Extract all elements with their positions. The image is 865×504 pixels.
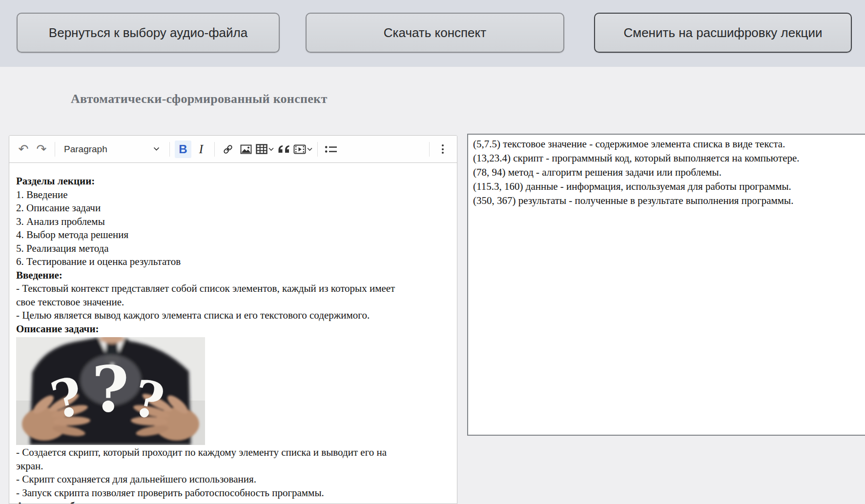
insert-table-icon	[256, 144, 268, 154]
bulleted-list-button[interactable]	[323, 141, 339, 158]
editor-line: 4. Выбор метода решения	[16, 228, 449, 242]
term-line: (115.3, 160) данные - информация, исполь…	[473, 180, 865, 194]
paragraph-style-dropdown[interactable]: Paragraph	[60, 141, 165, 158]
editor-line: 6. Тестирование и оценка результатов	[16, 255, 449, 269]
editor-line: 1. Введение	[16, 188, 449, 202]
toolbar-overflow-button[interactable]	[434, 141, 451, 158]
redo-button[interactable]: ↷	[33, 141, 50, 158]
overflow-menu-icon	[442, 144, 444, 154]
insert-media-icon	[293, 144, 306, 154]
link-icon	[222, 143, 234, 155]
question-marks-photo[interactable]: ? ? ?	[16, 337, 205, 445]
term-line: (350, 367) результаты - полученные в рез…	[473, 194, 865, 208]
chevron-down-icon	[153, 147, 160, 151]
switch-to-transcript-button[interactable]: Сменить на расшифровку лекции	[594, 13, 852, 53]
block-quote-button[interactable]	[275, 141, 292, 158]
editor-line: 3. Анализ проблемы	[16, 215, 449, 229]
italic-icon: I	[199, 142, 203, 156]
editor-line: - Текстовый контекст представляет собой …	[16, 282, 449, 296]
editor-line: - Создается скрипт, который проходит по …	[16, 446, 449, 460]
redo-icon: ↷	[37, 143, 47, 155]
editor-line: Разделы лекции:	[16, 175, 449, 188]
toolbar-separator	[317, 142, 318, 157]
link-button[interactable]	[220, 141, 236, 158]
paragraph-style-label: Paragraph	[64, 144, 107, 155]
editor-line: - Запуск скрипта позволяет проверить раб…	[16, 486, 449, 500]
top-action-bar: Вернуться к выбору аудио-файла Скачать к…	[0, 0, 865, 67]
editor-line: 5. Реализация метода	[16, 242, 449, 256]
download-summary-button[interactable]: Скачать конспект	[306, 13, 564, 53]
terms-text-area[interactable]: (5,7.5) текстовое значение - содержимое …	[467, 134, 865, 436]
chevron-down-icon	[268, 147, 274, 151]
back-to-audio-select-button[interactable]: Вернуться к выбору аудио-файла	[17, 13, 280, 53]
editor-line: - Скрипт сохраняется для дальнейшего исп…	[16, 473, 449, 486]
editor-toolbar: ↶ ↷ Paragraph B I	[9, 136, 457, 163]
bold-icon: B	[179, 142, 187, 156]
editor-line: экран.	[16, 460, 449, 473]
page-title: Автоматически-сформированный конспект	[71, 92, 327, 106]
editor-line: Описание задачи:	[16, 323, 449, 336]
term-line: (5,7.5) текстовое значение - содержимое …	[473, 137, 865, 151]
editor-line: - Целью является вывод каждого элемента …	[16, 309, 449, 323]
toolbar-separator	[429, 142, 430, 157]
insert-media-button[interactable]	[293, 141, 312, 158]
insert-table-button[interactable]	[256, 141, 274, 158]
editor-line: Введение:	[16, 269, 449, 282]
bold-button[interactable]: B	[175, 141, 191, 158]
svg-text:?: ?	[92, 352, 129, 426]
summary-editor: ↶ ↷ Paragraph B I	[9, 135, 457, 504]
insert-image-button[interactable]	[238, 141, 254, 158]
editor-line: Анализ проблемы:	[16, 500, 449, 504]
italic-button[interactable]: I	[193, 141, 209, 158]
chevron-down-icon	[307, 147, 312, 151]
undo-icon: ↶	[19, 143, 29, 155]
term-line: (13,23.4) скрипт - программный код, кото…	[473, 151, 865, 165]
toolbar-separator	[169, 142, 170, 157]
undo-button[interactable]: ↶	[15, 141, 32, 158]
insert-image-icon	[240, 144, 252, 155]
toolbar-separator	[214, 142, 215, 157]
term-line: (78, 94) метод - алгоритм решения задачи…	[473, 165, 865, 180]
editor-content[interactable]: Разделы лекции: 1. Введение 2. Описание …	[9, 163, 457, 504]
editor-line: свое текстовое значение.	[16, 296, 449, 309]
editor-line: 2. Описание задачи	[16, 202, 449, 215]
toolbar-separator	[55, 142, 55, 157]
block-quote-icon	[277, 144, 290, 154]
bulleted-list-icon	[325, 145, 337, 154]
